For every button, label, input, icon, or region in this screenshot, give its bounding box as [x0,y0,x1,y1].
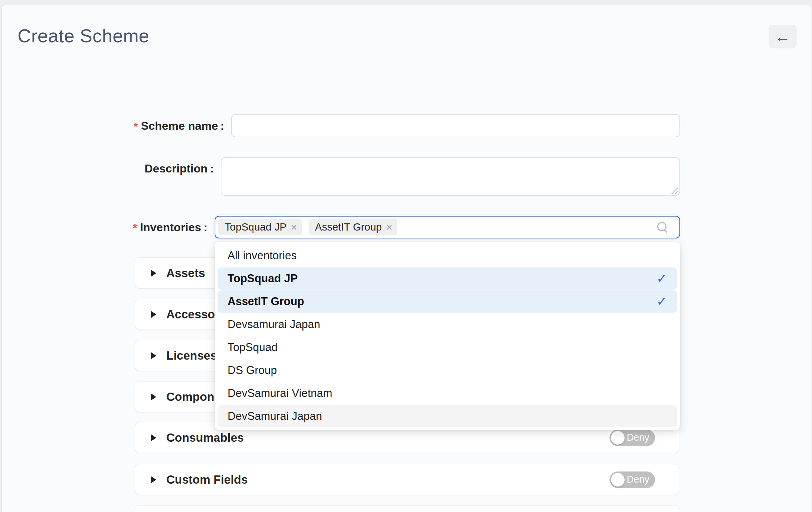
check-icon: ✓ [656,271,667,286]
inventories-multiselect[interactable]: TopSquad JP × AssetIT Group × [215,216,680,238]
dropdown-option-topsquad-jp[interactable]: TopSquad JP ✓ [218,267,677,290]
dropdown-option-all-inventories[interactable]: All inventories [218,245,677,267]
description-label: Description: [2,162,214,175]
scheme-name-input[interactable] [231,114,680,137]
page-title: Create Scheme [18,25,149,47]
caret-right-icon [151,476,156,483]
caret-right-icon [151,352,156,359]
custom-fields-deny-toggle[interactable]: Deny [610,471,655,488]
dropdown-option-assetit-group[interactable]: AssetIT Group ✓ [218,290,677,313]
dropdown-option-devsamurai-vietnam[interactable]: DevSamurai Vietnam [218,382,677,404]
dropdown-option-topsquad[interactable]: TopSquad [218,336,677,359]
arrow-left-icon: ← [775,29,790,44]
selected-tag: TopSquad JP × [218,219,302,235]
dropdown-option-ds-group[interactable]: DS Group [218,359,677,381]
caret-right-icon [151,270,156,277]
description-textarea[interactable] [221,157,680,196]
required-marker: * [133,222,137,234]
check-icon: ✓ [656,294,667,309]
dropdown-option-devsamurai-japan-2[interactable]: DevSamurai Japan [218,405,677,427]
panel-partial[interactable] [135,505,679,512]
required-marker: * [134,120,138,133]
back-button[interactable]: ← [769,25,797,48]
remove-tag-icon[interactable]: × [386,222,392,233]
dropdown-option-devsamurai-japan-1[interactable]: Devsamurai Japan [218,313,677,336]
inventories-label: *Inventories: [2,221,207,234]
caret-right-icon [151,393,156,400]
search-icon [657,222,669,233]
selected-tag: AssetIT Group × [309,219,397,235]
remove-tag-icon[interactable]: × [291,222,297,233]
consumables-deny-toggle[interactable]: Deny [610,430,655,446]
scheme-name-label: *Scheme name: [2,119,224,133]
create-scheme-card: Create Scheme ← *Scheme name: Descriptio… [1,5,811,512]
caret-right-icon [151,311,156,318]
inventories-dropdown: All inventories TopSquad JP ✓ AssetIT Gr… [215,242,680,430]
caret-right-icon [151,434,156,441]
panel-custom-fields[interactable]: Custom Fields Deny [135,464,679,495]
